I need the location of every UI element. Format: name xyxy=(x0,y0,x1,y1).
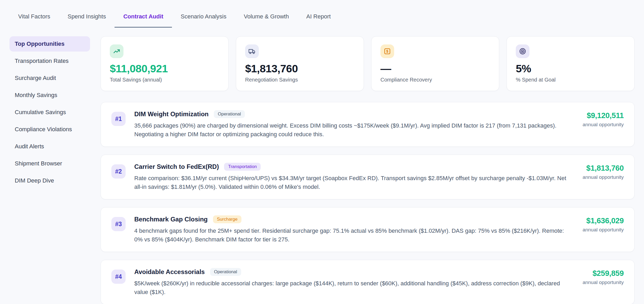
stat-card-spend-at-goal: 5% % Spend at Goal xyxy=(507,36,635,91)
opportunity-body: Benchmark Gap Closing Surcharge 4 benchm… xyxy=(134,215,571,244)
opportunity-description: $5K/week ($260K/yr) in reducible accesso… xyxy=(134,279,571,296)
sidebar-item-cumulative-savings[interactable]: Cumulative Savings xyxy=(9,105,90,120)
stat-label: Compliance Recovery xyxy=(380,77,490,83)
stat-value: $1,813,760 xyxy=(245,63,355,75)
sidebar-item-audit-alerts[interactable]: Audit Alerts xyxy=(9,139,90,154)
tab-ai-report[interactable]: AI Report xyxy=(298,0,339,28)
sidebar-item-compliance-violations[interactable]: Compliance Violations xyxy=(9,122,90,137)
svg-text:$: $ xyxy=(386,49,388,53)
stat-card-compliance-recovery: $ — Compliance Recovery xyxy=(371,36,499,91)
category-badge: Operational xyxy=(214,110,245,118)
stat-card-total-savings: $11,080,921 Total Savings (annual) xyxy=(101,36,229,91)
rank-badge: #4 xyxy=(111,270,126,284)
tab-scenario-analysis[interactable]: Scenario Analysis xyxy=(172,0,235,28)
opportunity-card-3: #3 Benchmark Gap Closing Surcharge 4 ben… xyxy=(101,207,635,252)
sidebar: Top Opportunities Transportation Rates S… xyxy=(9,36,90,304)
opportunity-description: 35,666 packages (90%) are charged by dim… xyxy=(134,121,571,139)
dollar-banknote-icon: $ xyxy=(380,44,394,58)
opportunity-card-2: #2 Carrier Switch to FedEx(RD) Transport… xyxy=(101,155,635,199)
opportunity-description: 4 benchmark gaps found for the 25M+ spen… xyxy=(134,226,571,244)
opportunity-card-4: #4 Avoidable Accessorials Operational $5… xyxy=(101,260,635,304)
opportunity-amount-block: $9,120,511 annual opportunity xyxy=(583,111,624,128)
stat-value: 5% xyxy=(516,63,625,75)
top-tab-bar: Vital Factors Spend Insights Contract Au… xyxy=(0,0,644,28)
category-badge: Transportation xyxy=(224,163,261,171)
opportunity-amount: $1,636,029 xyxy=(583,216,624,225)
opportunity-description: Rate comparison: $36.1M/yr current (Ship… xyxy=(134,174,571,191)
sidebar-item-surcharge-audit[interactable]: Surcharge Audit xyxy=(9,70,90,86)
opportunity-amount-label: annual opportunity xyxy=(583,174,624,180)
opportunity-card-1: #1 DIM Weight Optimization Operational 3… xyxy=(101,102,635,147)
truck-icon xyxy=(245,44,259,58)
stat-card-renegotiation-savings: $1,813,760 Renegotiation Savings xyxy=(236,36,364,91)
sidebar-item-dim-deep-dive[interactable]: DIM Deep Dive xyxy=(9,173,90,188)
opportunity-amount-label: annual opportunity xyxy=(583,227,624,233)
opportunity-amount-label: annual opportunity xyxy=(583,122,624,128)
stat-label: % Spend at Goal xyxy=(516,77,625,83)
stat-label: Renegotiation Savings xyxy=(245,77,355,83)
stat-label: Total Savings (annual) xyxy=(110,77,219,83)
main-content: $11,080,921 Total Savings (annual) $1,81… xyxy=(101,36,635,304)
opportunity-amount-block: $259,859 annual opportunity xyxy=(583,269,624,285)
stat-value: $11,080,921 xyxy=(110,63,219,75)
tab-spend-insights[interactable]: Spend Insights xyxy=(59,0,115,28)
opportunity-amount: $9,120,511 xyxy=(583,111,624,120)
opportunity-title: Avoidable Accessorials xyxy=(134,268,205,276)
sidebar-item-shipment-browser[interactable]: Shipment Browser xyxy=(9,156,90,171)
opportunity-title: DIM Weight Optimization xyxy=(134,110,209,118)
opportunity-amount-block: $1,813,760 annual opportunity xyxy=(583,164,624,180)
tab-volume-growth[interactable]: Volume & Growth xyxy=(235,0,298,28)
rank-badge: #1 xyxy=(111,112,126,126)
stat-value: — xyxy=(380,63,490,75)
opportunity-body: Avoidable Accessorials Operational $5K/w… xyxy=(134,268,571,296)
sidebar-item-top-opportunities[interactable]: Top Opportunities xyxy=(9,36,90,52)
tab-contract-audit[interactable]: Contract Audit xyxy=(115,0,172,28)
sidebar-item-transportation-rates[interactable]: Transportation Rates xyxy=(9,53,90,69)
stat-cards-row: $11,080,921 Total Savings (annual) $1,81… xyxy=(101,36,635,91)
opportunity-amount: $1,813,760 xyxy=(583,164,624,173)
sidebar-item-monthly-savings[interactable]: Monthly Savings xyxy=(9,88,90,103)
opportunity-body: DIM Weight Optimization Operational 35,6… xyxy=(134,110,571,139)
opportunity-amount-label: annual opportunity xyxy=(583,280,624,285)
opportunity-title: Carrier Switch to FedEx(RD) xyxy=(134,163,219,171)
opportunity-title: Benchmark Gap Closing xyxy=(134,215,208,223)
tab-vital-factors[interactable]: Vital Factors xyxy=(9,0,59,28)
opportunity-amount-block: $1,636,029 annual opportunity xyxy=(583,216,624,233)
opportunity-list: #1 DIM Weight Optimization Operational 3… xyxy=(101,102,635,304)
rank-badge: #2 xyxy=(111,164,126,179)
trending-up-icon xyxy=(110,44,123,58)
page-layout: Top Opportunities Transportation Rates S… xyxy=(0,36,644,304)
rank-badge: #3 xyxy=(111,217,126,231)
category-badge: Surcharge xyxy=(213,215,241,223)
category-badge: Operational xyxy=(210,268,241,276)
target-icon xyxy=(516,44,529,58)
opportunity-amount: $259,859 xyxy=(583,269,624,278)
opportunity-body: Carrier Switch to FedEx(RD) Transportati… xyxy=(134,163,571,191)
